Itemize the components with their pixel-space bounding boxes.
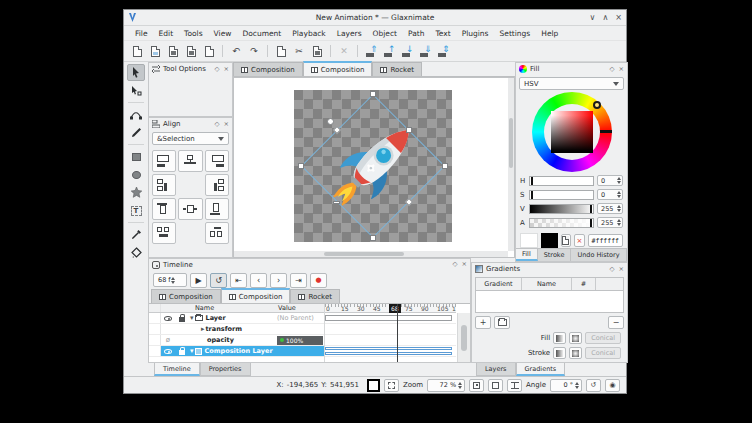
- close-icon[interactable]: ×: [615, 14, 622, 22]
- tab-fill[interactable]: Fill: [516, 249, 538, 261]
- open-document-button[interactable]: [147, 43, 163, 59]
- transform-row[interactable]: ▸ transform: [149, 324, 324, 335]
- cut-button[interactable]: ✂: [291, 43, 307, 59]
- flip-view-button[interactable]: [507, 379, 522, 392]
- float-panel-icon[interactable]: ◇: [215, 66, 220, 73]
- canvas-vertical-scrollbar[interactable]: [508, 78, 514, 251]
- hue-spinbox[interactable]: 0: [597, 175, 623, 186]
- canvas-viewport[interactable]: [233, 77, 515, 258]
- menu-object[interactable]: Object: [368, 27, 402, 40]
- spin-up-icon[interactable]: [617, 219, 621, 222]
- lock-icon[interactable]: [179, 317, 185, 322]
- menu-edit[interactable]: Edit: [154, 27, 179, 40]
- menu-path[interactable]: Path: [403, 27, 429, 40]
- align-bottom-button[interactable]: [205, 198, 229, 220]
- spin-up-icon[interactable]: [617, 191, 621, 194]
- zoom-fit-button[interactable]: [469, 379, 484, 392]
- save-button[interactable]: [165, 43, 181, 59]
- color-picker-tool-button[interactable]: [127, 226, 145, 243]
- select-tool-button[interactable]: [127, 64, 145, 81]
- composition-duration-bar[interactable]: [325, 352, 452, 355]
- draw-bezier-tool-button[interactable]: [127, 106, 145, 123]
- selection-handle-bottom[interactable]: [370, 235, 376, 241]
- play-button[interactable]: ▶: [190, 273, 207, 288]
- title-bar[interactable]: New Animation * — Glaxnimate ∨ ∧ ×: [124, 10, 626, 26]
- timeline-vertical-scrollbar[interactable]: [457, 313, 470, 362]
- menu-file[interactable]: File: [130, 27, 153, 40]
- saturation-value-square[interactable]: [551, 111, 593, 153]
- selection-handle-right[interactable]: [442, 163, 448, 169]
- tab-properties[interactable]: Properties: [200, 363, 251, 376]
- align-right-button[interactable]: [205, 150, 229, 172]
- visible-icon[interactable]: [164, 316, 172, 321]
- fill-linear-gradient-button[interactable]: [553, 332, 566, 344]
- timeline-tab-composition-1[interactable]: Composition: [151, 289, 221, 303]
- menu-playback[interactable]: Playback: [287, 27, 330, 40]
- fill-conical-button[interactable]: Conical: [585, 332, 621, 344]
- rotation-handle[interactable]: [327, 118, 334, 125]
- float-panel-icon[interactable]: ◇: [453, 261, 458, 268]
- menu-settings[interactable]: Settings: [495, 27, 536, 40]
- fill-tool-button[interactable]: [127, 244, 145, 261]
- spin-down-icon[interactable]: [171, 281, 175, 284]
- align-outside-bottom-button[interactable]: [205, 222, 229, 244]
- selection-handle-left[interactable]: [298, 163, 304, 169]
- menu-document[interactable]: Document: [237, 27, 286, 40]
- tab-layers[interactable]: Layers: [476, 363, 516, 376]
- timeline-tab-composition-2[interactable]: Composition: [221, 288, 291, 303]
- align-outside-top-button[interactable]: [152, 222, 176, 244]
- new-document-button[interactable]: [129, 43, 145, 59]
- playhead[interactable]: [397, 304, 398, 362]
- frame-ruler[interactable]: 0 15 30 45 68 75 90 105 120: [325, 304, 456, 313]
- canvas-tab-composition-2[interactable]: Composition: [303, 61, 373, 76]
- align-relative-to-select[interactable]: &Selection: [152, 132, 229, 145]
- align-header[interactable]: Align ◇ ×: [149, 118, 232, 130]
- maximize-icon[interactable]: ∧: [602, 14, 608, 22]
- opacity-row[interactable]: ø opacity 100%: [149, 335, 324, 346]
- presets-button[interactable]: [494, 316, 510, 329]
- draw-freehand-tool-button[interactable]: [127, 124, 145, 141]
- tab-undo-history[interactable]: Undo History: [571, 249, 626, 261]
- close-panel-icon[interactable]: ×: [619, 66, 624, 73]
- align-outside-right-button[interactable]: [205, 174, 229, 196]
- tab-stroke[interactable]: Stroke: [538, 249, 572, 261]
- composition-layer-track[interactable]: [325, 346, 456, 357]
- opacity-value-badge[interactable]: 100%: [277, 336, 323, 345]
- align-left-button[interactable]: [152, 150, 176, 172]
- lower-to-bottom-button[interactable]: ⇓: [417, 43, 433, 59]
- hue-slider[interactable]: [529, 176, 594, 186]
- menu-view[interactable]: View: [209, 27, 237, 40]
- edit-nodes-tool-button[interactable]: [127, 82, 145, 99]
- layer-row[interactable]: ▾ Layer (No Parent): [149, 313, 324, 324]
- fill-radial-gradient-button[interactable]: [569, 332, 582, 344]
- collapse-icon[interactable]: ▸: [201, 325, 205, 333]
- canvas-horizontal-scrollbar[interactable]: [234, 251, 508, 257]
- spin-down-icon[interactable]: [617, 181, 621, 184]
- align-outside-left-button[interactable]: [152, 174, 176, 196]
- tab-timeline[interactable]: Timeline: [154, 363, 200, 376]
- spin-down-icon[interactable]: [575, 386, 579, 389]
- selection-handle-bottomleft[interactable]: [333, 201, 340, 204]
- rectangle-tool-button[interactable]: [127, 148, 145, 165]
- close-panel-icon[interactable]: ×: [462, 261, 467, 268]
- hue-marker[interactable]: [593, 101, 601, 109]
- spin-down-icon[interactable]: [458, 386, 462, 389]
- save-as-button[interactable]: [183, 43, 199, 59]
- go-first-frame-button[interactable]: ⇤: [230, 273, 247, 288]
- remove-gradient-button[interactable]: −: [608, 316, 624, 329]
- redo-button[interactable]: ↷: [246, 43, 262, 59]
- spin-up-icon[interactable]: [458, 382, 462, 385]
- close-panel-icon[interactable]: ×: [224, 66, 229, 73]
- transform-track[interactable]: [325, 324, 456, 335]
- menu-layers[interactable]: Layers: [332, 27, 367, 40]
- alpha-slider[interactable]: [529, 218, 594, 228]
- current-color-indicator[interactable]: [367, 379, 380, 392]
- float-panel-icon[interactable]: ◇: [215, 121, 220, 128]
- menu-tools[interactable]: Tools: [179, 27, 207, 40]
- timeline-tab-rocket[interactable]: Rocket: [290, 289, 340, 303]
- align-top-button[interactable]: [152, 198, 176, 220]
- spin-down-icon[interactable]: [617, 209, 621, 212]
- alpha-spinbox[interactable]: 255: [597, 217, 623, 228]
- expand-icon[interactable]: ▾: [190, 314, 194, 322]
- align-hcenter-button[interactable]: [178, 150, 202, 172]
